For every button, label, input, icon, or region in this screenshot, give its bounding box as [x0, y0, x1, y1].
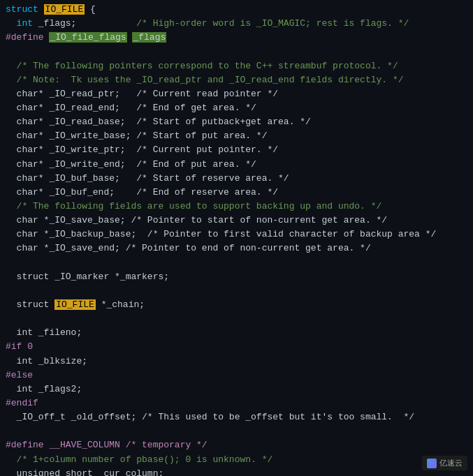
code-line: _IO_off_t _old_offset; /* This used to b… [6, 410, 467, 424]
code-line: /* The following pointers correspond to … [6, 59, 467, 73]
code-line: char* _IO_write_end; /* End of put area.… [6, 158, 467, 172]
code-line: /* 1+column number of pbase(); 0 is unkn… [6, 453, 467, 467]
code-container: struct IO_FILE { int _flags; /* High-ord… [0, 0, 473, 476]
code-line: char *_IO_save_end; /* Pointer to end of… [6, 241, 467, 255]
watermark: 亿速云 [422, 456, 467, 470]
code-line: unsigned short _cur_column; [6, 467, 467, 476]
code-line: char* _IO_buf_end; /* End of reserve are… [6, 186, 467, 200]
code-line: char* _IO_write_ptr; /* Current put poin… [6, 143, 467, 157]
code-line: int _blksize; [6, 355, 467, 369]
code-line [6, 256, 467, 270]
code-block: struct IO_FILE { int _flags; /* High-ord… [6, 3, 467, 476]
code-line: char* _IO_read_end; /* End of get area. … [6, 101, 467, 115]
code-line: #else [6, 369, 467, 382]
code-line: int _flags; /* High-order word is _IO_MA… [6, 17, 467, 31]
code-line [6, 424, 467, 438]
watermark-icon [427, 459, 437, 468]
code-line: struct IO_FILE *_chain; [6, 298, 467, 312]
code-line [6, 312, 467, 326]
code-line: #define __HAVE_COLUMN /* temporary */ [6, 438, 467, 452]
code-line: #define _IO_file_flags _flags [6, 31, 467, 45]
code-line: char* _IO_write_base; /* Start of put ar… [6, 129, 467, 143]
code-line: struct IO_FILE { [6, 3, 467, 17]
code-line: int _fileno; [6, 326, 467, 340]
code-line: char* _IO_read_base; /* Start of putback… [6, 115, 467, 129]
code-line: char *_IO_save_base; /* Pointer to start… [6, 214, 467, 228]
code-line: #if 0 [6, 340, 467, 354]
watermark-text: 亿速云 [439, 458, 463, 468]
code-line: char* _IO_buf_base; /* Start of reserve … [6, 172, 467, 186]
code-line: struct _IO_marker *_markers; [6, 270, 467, 284]
code-line: char* _IO_read_ptr; /* Current read poin… [6, 87, 467, 101]
code-line: char *_IO_backup_base; /* Pointer to fir… [6, 228, 467, 241]
code-line: #endif [6, 396, 467, 410]
code-line: int _flags2; [6, 382, 467, 396]
code-line [6, 284, 467, 298]
code-line [6, 45, 467, 59]
code-line: /* Note: Tk uses the _IO_read_ptr and _I… [6, 73, 467, 87]
code-line: /* The following fields are used to supp… [6, 200, 467, 214]
